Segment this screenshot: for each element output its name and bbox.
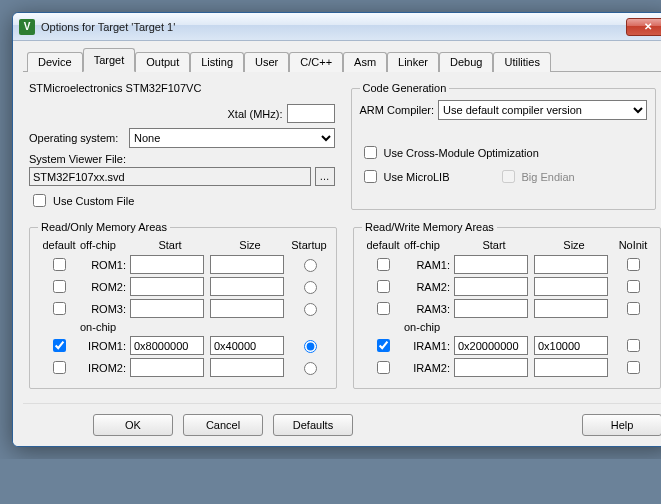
tab-linker[interactable]: Linker xyxy=(387,52,439,72)
rw-row3-noinit[interactable] xyxy=(627,339,640,352)
xtal-label: Xtal (MHz): xyxy=(228,108,283,120)
custom-file-checkbox[interactable] xyxy=(33,194,46,207)
ro-row2-start[interactable] xyxy=(130,299,204,318)
tab-asm[interactable]: Asm xyxy=(343,52,387,72)
codegen-legend: Code Generation xyxy=(360,82,450,94)
rw-row4-size[interactable] xyxy=(534,358,608,377)
ro-hdr-startup: Startup xyxy=(290,239,328,251)
tab-listing[interactable]: Listing xyxy=(190,52,244,72)
ro-row2-startup[interactable] xyxy=(304,303,317,316)
rw-hdr-default: default xyxy=(362,239,404,251)
ro-row4-start[interactable] xyxy=(130,358,204,377)
rw-row0-start[interactable] xyxy=(454,255,528,274)
custom-file-label: Use Custom File xyxy=(53,195,134,207)
ro-row1-startup[interactable] xyxy=(304,281,317,294)
window-title: Options for Target 'Target 1' xyxy=(41,21,626,33)
rw-row4-label: IRAM2: xyxy=(404,362,454,374)
ro-row3-default[interactable] xyxy=(53,339,66,352)
ro-hdr-default: default xyxy=(38,239,80,251)
ro-row1-size[interactable] xyxy=(210,277,284,296)
ro-hdr-start: Start xyxy=(130,239,210,251)
rw-hdr-start: Start xyxy=(454,239,534,251)
rw-row2-noinit[interactable] xyxy=(627,302,640,315)
rw-row3-start[interactable] xyxy=(454,336,528,355)
rw-row2-label: RAM3: xyxy=(404,303,454,315)
button-row: OK Cancel Defaults Help xyxy=(23,403,661,436)
ro-legend: Read/Only Memory Areas xyxy=(38,221,170,233)
help-button[interactable]: Help xyxy=(582,414,661,436)
ro-row0-startup[interactable] xyxy=(304,259,317,272)
rw-row1-noinit[interactable] xyxy=(627,280,640,293)
codegen-group: Code Generation ARM Compiler: Use defaul… xyxy=(351,82,657,210)
rw-row0-default[interactable] xyxy=(377,258,390,271)
ro-row0-label: ROM1: xyxy=(80,259,130,271)
ro-group: Read/Only Memory Areas default off-chip … xyxy=(29,221,337,389)
ro-hdr-size: Size xyxy=(210,239,290,251)
ro-row1-default[interactable] xyxy=(53,280,66,293)
svf-input xyxy=(29,167,311,186)
tab-target[interactable]: Target xyxy=(83,48,136,72)
tab-cpp[interactable]: C/C++ xyxy=(289,52,343,72)
ro-row0-size[interactable] xyxy=(210,255,284,274)
rw-row1-size[interactable] xyxy=(534,277,608,296)
ro-row3-label: IROM1: xyxy=(80,340,130,352)
compiler-label: ARM Compiler: xyxy=(360,104,435,116)
rw-hdr-offchip: off-chip xyxy=(404,239,454,251)
ro-row2-default[interactable] xyxy=(53,302,66,315)
rw-row2-size[interactable] xyxy=(534,299,608,318)
ro-row4-label: IROM2: xyxy=(80,362,130,374)
ro-hdr-offchip: off-chip xyxy=(80,239,130,251)
rw-row1-start[interactable] xyxy=(454,277,528,296)
os-select[interactable]: None xyxy=(129,128,335,148)
ro-row4-default[interactable] xyxy=(53,361,66,374)
rw-row4-start[interactable] xyxy=(454,358,528,377)
bigendian-label: Big Endian xyxy=(522,171,575,183)
ok-button[interactable]: OK xyxy=(93,414,173,436)
ro-row4-startup[interactable] xyxy=(304,362,317,375)
ro-row3-size[interactable] xyxy=(210,336,284,355)
tab-user[interactable]: User xyxy=(244,52,289,72)
ro-row4-size[interactable] xyxy=(210,358,284,377)
defaults-button[interactable]: Defaults xyxy=(273,414,353,436)
options-dialog: V Options for Target 'Target 1' ✕ Device… xyxy=(12,12,661,447)
rw-row2-start[interactable] xyxy=(454,299,528,318)
ro-row1-start[interactable] xyxy=(130,277,204,296)
cross-module-label: Use Cross-Module Optimization xyxy=(384,147,539,159)
svf-browse-button[interactable]: … xyxy=(315,167,335,186)
rw-onchip-label: on-chip xyxy=(404,321,454,333)
ro-onchip-label: on-chip xyxy=(80,321,130,333)
ro-row0-start[interactable] xyxy=(130,255,204,274)
device-label: STMicroelectronics STM32F107VC xyxy=(29,82,201,94)
rw-row3-default[interactable] xyxy=(377,339,390,352)
microlib-checkbox[interactable] xyxy=(364,170,377,183)
rw-row1-default[interactable] xyxy=(377,280,390,293)
cross-module-checkbox[interactable] xyxy=(364,146,377,159)
bigendian-checkbox xyxy=(502,170,515,183)
close-button[interactable]: ✕ xyxy=(626,18,661,36)
rw-row4-noinit[interactable] xyxy=(627,361,640,374)
titlebar[interactable]: V Options for Target 'Target 1' ✕ xyxy=(13,13,661,41)
compiler-select[interactable]: Use default compiler version xyxy=(438,100,647,120)
rw-row0-size[interactable] xyxy=(534,255,608,274)
app-icon: V xyxy=(19,19,35,35)
tab-device[interactable]: Device xyxy=(27,52,83,72)
rw-hdr-size: Size xyxy=(534,239,614,251)
cancel-button[interactable]: Cancel xyxy=(183,414,263,436)
xtal-input[interactable] xyxy=(287,104,335,123)
rw-row2-default[interactable] xyxy=(377,302,390,315)
rw-row0-noinit[interactable] xyxy=(627,258,640,271)
ro-row0-default[interactable] xyxy=(53,258,66,271)
rw-row3-size[interactable] xyxy=(534,336,608,355)
tab-output[interactable]: Output xyxy=(135,52,190,72)
ro-row3-startup[interactable] xyxy=(304,340,317,353)
ro-row1-label: ROM2: xyxy=(80,281,130,293)
rw-row4-default[interactable] xyxy=(377,361,390,374)
tab-utilities[interactable]: Utilities xyxy=(493,52,550,72)
target-panel: STMicroelectronics STM32F107VC Xtal (MHz… xyxy=(23,78,661,397)
rw-row0-label: RAM1: xyxy=(404,259,454,271)
ro-row3-start[interactable] xyxy=(130,336,204,355)
microlib-label: Use MicroLIB xyxy=(384,171,494,183)
rw-hdr-noinit: NoInit xyxy=(614,239,652,251)
ro-row2-size[interactable] xyxy=(210,299,284,318)
tab-debug[interactable]: Debug xyxy=(439,52,493,72)
